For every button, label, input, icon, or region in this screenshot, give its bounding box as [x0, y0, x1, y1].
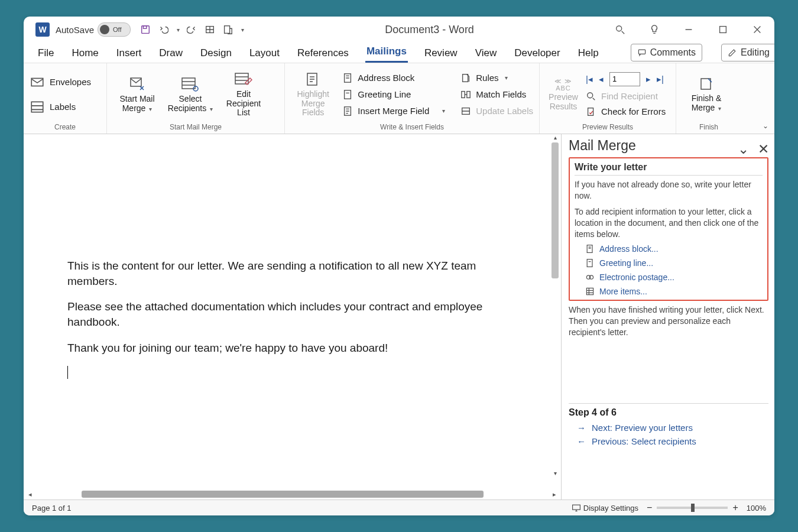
match-fields-button[interactable]: Match Fields: [460, 89, 533, 100]
svg-rect-32: [572, 505, 580, 510]
intro-text-1: If you have not already done so, write y…: [575, 179, 763, 202]
first-record-icon[interactable]: |◂: [586, 74, 593, 85]
ribbon: Envelopes Labels Create Start Mail Merge…: [24, 63, 774, 134]
insert-merge-field-button[interactable]: Insert Merge Field▾: [342, 106, 445, 116]
start-mail-merge-button[interactable]: Start Mail Merge ▾: [113, 76, 161, 113]
svg-rect-27: [587, 245, 592, 253]
paragraph-2: Please see the attached documentation wh…: [67, 299, 515, 329]
envelopes-button[interactable]: Envelopes: [30, 74, 91, 90]
zoom-in-button[interactable]: +: [732, 502, 738, 513]
greeting-line-button[interactable]: Greeting Line: [342, 89, 445, 100]
tab-layout[interactable]: Layout: [248, 45, 281, 63]
prev-record-icon[interactable]: ◂: [599, 74, 604, 85]
preview-results-button[interactable]: ≪ ≫ABCPreview Results: [546, 77, 581, 111]
tab-mailings[interactable]: Mailings: [365, 43, 408, 63]
redo-icon[interactable]: [187, 24, 197, 35]
scroll-up-icon[interactable]: ▴: [550, 134, 560, 142]
tab-draw[interactable]: Draw: [158, 45, 184, 63]
highlighted-section: Write your letter If you have not alread…: [569, 157, 768, 301]
horizontal-scrollbar[interactable]: ◂ ▸: [24, 489, 561, 499]
scroll-left-icon[interactable]: ◂: [26, 491, 34, 498]
scroll-right-icon[interactable]: ▸: [550, 491, 559, 498]
select-recipients-button[interactable]: Select Recipients ▾: [166, 76, 215, 113]
close-icon[interactable]: [752, 24, 763, 35]
find-recipient-button[interactable]: Find Recipient: [586, 91, 666, 102]
edit-recipient-list-button[interactable]: Edit Recipient List: [219, 71, 268, 117]
autosave-toggle[interactable]: Off: [98, 22, 131, 37]
paste-icon[interactable]: [222, 24, 233, 35]
rules-button[interactable]: Rules▾: [460, 73, 533, 83]
display-settings-button[interactable]: Display Settings: [583, 504, 638, 512]
tab-help[interactable]: Help: [577, 45, 600, 63]
previous-step-link[interactable]: ←Previous: Select recipients: [577, 436, 768, 446]
svg-rect-22: [467, 91, 470, 98]
svg-rect-11: [31, 102, 43, 112]
tab-view[interactable]: View: [474, 45, 498, 63]
minimize-icon[interactable]: [683, 24, 694, 35]
lightbulb-icon[interactable]: [649, 24, 660, 35]
next-step-link[interactable]: →Next: Preview your letters: [577, 423, 768, 433]
tab-review[interactable]: Review: [423, 45, 459, 63]
ribbon-group-create: Envelopes Labels Create: [24, 63, 107, 134]
ribbon-group-preview-results: ≪ ≫ABCPreview Results |◂ ◂ ▸ ▸| Find Rec…: [540, 63, 676, 134]
display-settings-icon[interactable]: [572, 503, 581, 512]
tab-file[interactable]: File: [37, 45, 55, 63]
greeting-line-link[interactable]: Greeting line...: [585, 258, 763, 268]
ribbon-collapse-icon[interactable]: ⌄: [763, 122, 768, 130]
svg-rect-12: [131, 78, 141, 86]
editing-mode-button[interactable]: Editing▾: [721, 44, 774, 61]
tab-references[interactable]: References: [296, 45, 350, 63]
record-number-input[interactable]: [609, 72, 640, 86]
pane-dropdown-icon[interactable]: ⌄: [738, 141, 747, 151]
address-block-button[interactable]: Address Block: [342, 73, 445, 83]
svg-rect-20: [463, 74, 468, 82]
status-bar: Page 1 of 1 Display Settings − + 100%: [24, 499, 774, 515]
autosave-label: AutoSave: [56, 25, 94, 35]
comments-button[interactable]: Comments: [631, 44, 702, 61]
hscroll-thumb[interactable]: [82, 491, 484, 498]
maximize-icon[interactable]: [718, 24, 728, 35]
record-navigator: |◂ ◂ ▸ ▸|: [586, 72, 666, 86]
finish-merge-button[interactable]: Finish & Merge ▾: [682, 76, 731, 112]
save-icon[interactable]: [140, 24, 151, 35]
word-window: W AutoSave Off ▾ ▾ Document3 - Word File…: [24, 17, 774, 515]
svg-rect-31: [586, 288, 593, 295]
check-for-errors-button[interactable]: Check for Errors: [586, 106, 666, 117]
scroll-thumb[interactable]: [552, 142, 559, 278]
page-indicator[interactable]: Page 1 of 1: [32, 504, 72, 512]
pane-close-icon[interactable]: ✕: [758, 141, 767, 151]
document-page[interactable]: This is the content for our letter. We a…: [24, 134, 550, 489]
tab-insert[interactable]: Insert: [115, 45, 143, 63]
next-record-icon[interactable]: ▸: [646, 74, 651, 85]
document-area: This is the content for our letter. We a…: [24, 134, 561, 499]
table-icon[interactable]: [205, 24, 215, 35]
highlight-merge-fields-button[interactable]: Highlight Merge Fields: [291, 71, 335, 117]
undo-dropdown-icon[interactable]: ▾: [177, 27, 180, 33]
zoom-out-button[interactable]: −: [647, 502, 652, 513]
tab-design[interactable]: Design: [199, 45, 233, 63]
tab-developer[interactable]: Developer: [513, 45, 562, 63]
update-labels-button[interactable]: Update Labels: [460, 106, 533, 116]
electronic-postage-link[interactable]: Electronic postage...: [585, 273, 763, 282]
zoom-handle[interactable]: [691, 504, 695, 512]
more-items-link[interactable]: More items...: [585, 287, 763, 296]
vertical-scrollbar[interactable]: ▴ ▾: [550, 134, 560, 489]
zoom-level[interactable]: 100%: [747, 504, 766, 512]
search-icon[interactable]: [615, 24, 625, 35]
last-record-icon[interactable]: ▸|: [657, 74, 664, 85]
scroll-down-icon[interactable]: ▾: [550, 470, 560, 478]
svg-rect-18: [345, 90, 351, 98]
ribbon-group-write-insert: Highlight Merge Fields Address Block Gre…: [285, 63, 540, 134]
undo-icon[interactable]: [158, 24, 168, 35]
zoom-slider[interactable]: [657, 507, 728, 509]
step-indicator: Step 4 of 6: [569, 407, 768, 418]
ribbon-group-finish: Finish & Merge ▾ Finish: [676, 63, 741, 134]
address-block-link[interactable]: Address block...: [585, 244, 763, 254]
text-cursor: [67, 366, 68, 379]
labels-button[interactable]: Labels: [30, 99, 91, 115]
svg-rect-21: [462, 91, 465, 98]
tab-home[interactable]: Home: [70, 45, 99, 63]
workspace: This is the content for our letter. We a…: [24, 134, 774, 499]
svg-rect-28: [587, 259, 592, 267]
arrow-left-icon: ←: [577, 436, 586, 446]
